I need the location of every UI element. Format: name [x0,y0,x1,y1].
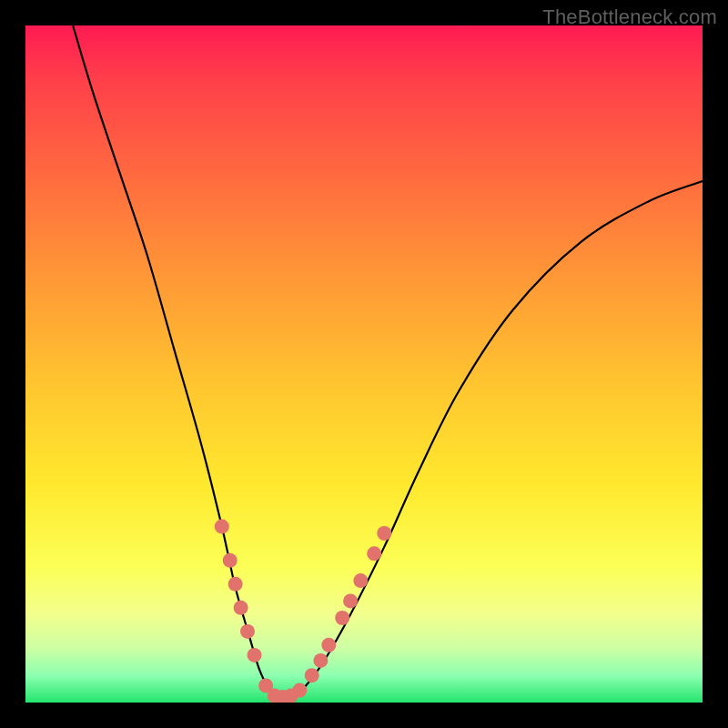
curve-marker [228,577,243,592]
plot-area [25,25,703,703]
curve-marker [367,546,381,561]
curve-marker [234,601,248,615]
curve-marker [377,526,391,541]
curve-marker [321,638,336,652]
chart-frame: TheBottleneck.com [0,0,728,728]
curve-marker [305,668,319,682]
curve-marker [335,611,349,625]
curve-marker [313,653,328,668]
curve-marker [292,683,307,698]
curve-marker [215,520,229,534]
curve-marker [353,573,368,588]
bottleneck-curve [73,25,703,701]
curve-marker [248,648,262,662]
curve-marker [223,553,238,568]
curve-markers [215,520,391,703]
curve-marker [240,624,255,639]
curve-marker [343,593,358,608]
chart-svg [25,25,703,703]
